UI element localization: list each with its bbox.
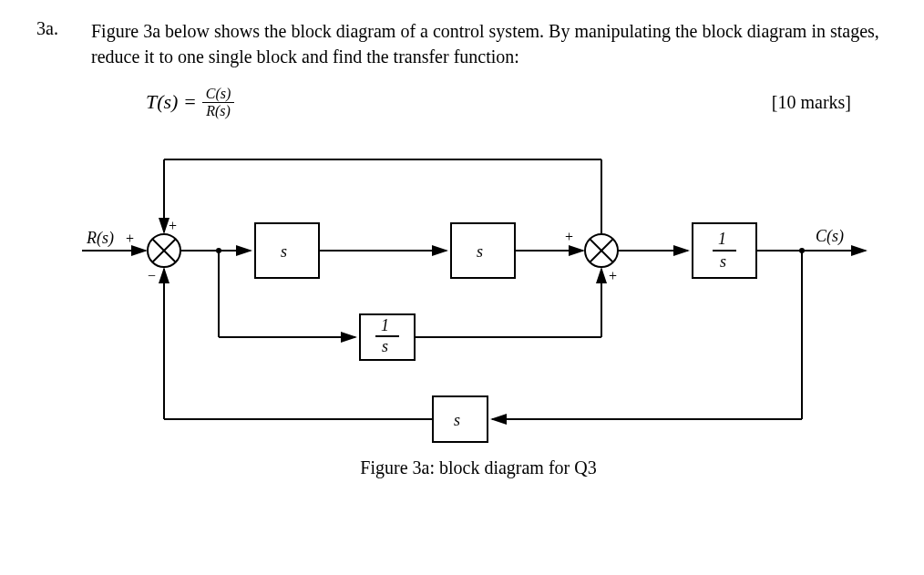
block3-den: s xyxy=(720,252,726,271)
question-content: Figure 3a below shows the block diagram … xyxy=(91,18,888,492)
sum1-left-sign: + xyxy=(126,231,134,246)
block2-label: s xyxy=(477,242,483,261)
formula-lhs: T(s) = xyxy=(146,90,197,114)
output-label: C(s) xyxy=(816,227,844,246)
sum2-bottom-sign: + xyxy=(609,268,617,283)
transfer-function-formula: T(s) = C(s) R(s) xyxy=(146,86,234,118)
sum2-left-sign: + xyxy=(565,229,573,244)
formula-fraction: C(s) R(s) xyxy=(202,86,235,118)
block-diagram: R(s) + + − xyxy=(82,146,875,492)
block-inner-num: 1 xyxy=(381,316,389,334)
question-text: Figure 3a below shows the block diagram … xyxy=(91,18,888,69)
formula-numerator: C(s) xyxy=(202,86,235,103)
sum1-top-sign: + xyxy=(169,218,177,233)
formula-denominator: R(s) xyxy=(202,103,234,119)
input-label: R(s) xyxy=(86,229,114,248)
block-inner-den: s xyxy=(382,337,388,355)
marks-label: [10 marks] xyxy=(772,92,851,113)
sum1-bottom-sign: − xyxy=(148,268,156,283)
block1-label: s xyxy=(281,242,287,261)
block3-num: 1 xyxy=(718,230,726,248)
block-fb-label: s xyxy=(454,411,460,429)
question-row: 3a. Figure 3a below shows the block diag… xyxy=(36,18,888,492)
figure-caption: Figure 3a: block diagram for Q3 xyxy=(360,457,596,478)
question-number: 3a. xyxy=(36,18,73,492)
formula-row: T(s) = C(s) R(s) [10 marks] xyxy=(91,86,888,118)
